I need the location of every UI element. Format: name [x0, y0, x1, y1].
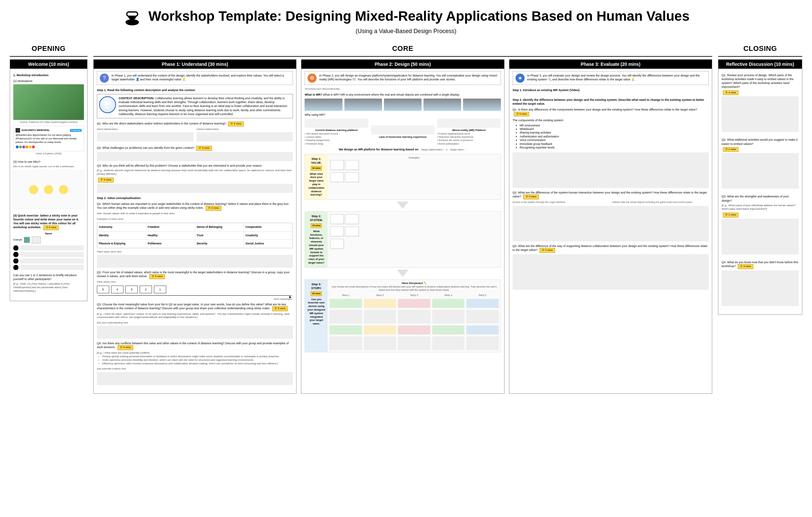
p1-s2q4: Q4. Are there any conflicts between this…	[97, 341, 293, 350]
opening-column: OPENING Welcome (10 mins) 1. Workshop In…	[10, 45, 87, 301]
indirect-stakeholders-box[interactable]	[197, 132, 293, 141]
value-workspace[interactable]: Examples	[327, 154, 500, 199]
p3-step1: Step 1. Introduce an existing MR System …	[513, 88, 708, 92]
p3-q1: Q1. Is there any differences of the comp…	[513, 108, 708, 116]
example-row: Example	[13, 236, 84, 243]
name-row-4[interactable]	[13, 265, 84, 270]
rank-row[interactable]: 54321	[97, 286, 293, 293]
c-q2-box[interactable]	[722, 153, 799, 189]
avatar-icon	[13, 258, 19, 263]
c-q4: Q4. What do you know now that you didn't…	[722, 260, 799, 269]
system-workspace[interactable]	[327, 212, 500, 267]
phase3-title: Phase 3: Evaluate (20 mins)	[510, 60, 712, 69]
context-box: CONTEXT DESCRIPTION: Collaborative learn…	[97, 94, 293, 118]
p1-step2: Step 2. Value conceptualisation.	[97, 196, 293, 200]
question-icon: ?	[100, 74, 109, 83]
review-icon: ★	[516, 74, 525, 83]
image-caption: Source: Pokémon GO (https://pokemonglive…	[13, 121, 84, 124]
p1-s2q3: Q3. Choose the most meaningful value fro…	[97, 303, 293, 311]
stage-label-closing: CLOSING	[718, 45, 802, 53]
c-q1-box[interactable]	[722, 96, 799, 132]
laptop-icon	[304, 119, 368, 128]
design-step-system: Step 2: SYSTEM. 15 mins What functions, …	[304, 211, 501, 268]
p3-q2-box[interactable]	[513, 206, 708, 241]
design-premise: We design an MR platform for distance le…	[304, 147, 501, 151]
p1-s2q1: Q1. Which human values are important to …	[97, 202, 293, 211]
c-q4-box[interactable]	[722, 270, 799, 306]
p1-s2q2: Q2. From your list of related values, wh…	[97, 270, 293, 279]
conflicts-box[interactable]	[97, 372, 293, 385]
stage-label-core: CORE	[93, 45, 712, 53]
gear-icon: ⚙	[308, 74, 317, 83]
intro-question: Can you use 1 or 2 sentences to briefly …	[13, 273, 84, 281]
avatar-icon	[13, 265, 19, 270]
headset-icon	[437, 119, 501, 128]
pokemon-go-image	[13, 84, 84, 120]
components-list: MR environmentWhiteboardSharing learning…	[513, 124, 708, 150]
name-row-2[interactable]	[13, 252, 84, 257]
story-workspace[interactable]: Value Storyboard ✏️ User stories are sma…	[327, 280, 500, 352]
name-row-1[interactable]	[13, 246, 84, 251]
miro-diagram	[13, 170, 84, 209]
reflective-title: Reflective Discussion (10 mins)	[718, 60, 802, 69]
phase1-panel: Phase 1: Understand (30 mins) ? In Phase…	[93, 59, 296, 394]
avatar-icon	[13, 246, 19, 251]
p3-q3-box[interactable]	[513, 254, 708, 290]
p1-q2: Q2. What challenges (or problems) can yo…	[97, 146, 293, 151]
understanding-box[interactable]	[97, 326, 293, 339]
direct-stakeholders-box[interactable]	[97, 132, 194, 141]
welcome-panel: Welcome (10 mins) 1. Workshop Introducti…	[10, 59, 87, 301]
svg-point-0	[125, 19, 139, 25]
challenges-box[interactable]	[97, 152, 293, 161]
p3-q3: Q3. What are the difference of the way o…	[513, 244, 708, 253]
welcome-panel-title: Welcome (10 mins)	[10, 60, 87, 69]
absence-icon	[371, 125, 435, 135]
workshop-board: OPENING Welcome (10 mins) 1. Workshop In…	[10, 45, 802, 394]
place-values-box[interactable]	[97, 255, 293, 268]
c-q1: Q1. Review your process of design. Which…	[722, 73, 799, 89]
p3-step2: Step 2. Identify the difference between …	[513, 98, 708, 106]
p1-q3: Q3. Who do you think will be affected by…	[97, 164, 293, 168]
svg-rect-2	[127, 12, 138, 16]
mr-spectrum-images	[304, 98, 501, 111]
page-subtitle: (Using a Value-Based Design Process)	[10, 28, 802, 35]
timer-quick-exercise: 5 mins	[44, 225, 59, 230]
c-q3: Q3. What are the strengths and weaknesse…	[722, 195, 799, 202]
intro-heading: 1. Workshop Introduction	[13, 73, 84, 77]
value-cards-grid[interactable]: AutonomyFreedomSense of BelongingCoopera…	[97, 223, 293, 248]
page-header: Workshop Template: Designing Mixed-Reali…	[10, 6, 802, 26]
page-title: Workshop Template: Designing Mixed-Reali…	[148, 8, 690, 24]
avatar-icon	[13, 252, 19, 257]
phase2-panel: Phase 2: Design (50 mins) ⚙ In Phase 2, …	[301, 59, 504, 394]
design-step-story: Step 3: STORY. 25 mins Can you describe …	[304, 279, 501, 352]
tweet-example: AUSCHWITZ MEMORIALFollowing @NianticLabs…	[13, 126, 84, 151]
c-q2: Q2. What additional activities would you…	[722, 138, 799, 146]
p1-step1: Step 1. Read the following context descr…	[97, 88, 293, 92]
globe-icon	[99, 96, 116, 113]
phase1-title: Phase 1: Understand (30 mins)	[94, 60, 296, 69]
arrow-down-icon	[397, 270, 409, 277]
p3-q1-box[interactable]	[513, 152, 708, 188]
miro-heading: (2) How to use Miro?	[13, 160, 84, 164]
why-mr-row: Current distance learning platform• Text…	[304, 119, 501, 145]
phase1-callout: ? In Phase 1, you will understand the co…	[97, 71, 293, 85]
what-is-mr: What is MR? What is MR? MR is any enviro…	[304, 93, 501, 96]
motivations-heading: (1) Motivations	[13, 79, 84, 83]
phase3-callout: ★ In Phase 3, you will evaluate your des…	[513, 71, 708, 85]
c-q3-box[interactable]	[722, 219, 799, 254]
stage-label-opening: OPENING	[10, 45, 87, 53]
design-step-value: Step 1: VALUE. 10 mins What roles does y…	[304, 154, 501, 200]
p1-q1: Q1. Who are the direct stakeholders and/…	[97, 121, 293, 126]
vr-person-icon	[122, 6, 142, 26]
quick-exercise: (3) Quick exercise: Select a sticky note…	[13, 213, 84, 230]
p3-q2: Q2. What are the differences of the syst…	[513, 191, 708, 199]
closing-column: CLOSING Reflective Discussion (10 mins) …	[718, 45, 802, 315]
tweet-source: Carter & Egliston (2020)	[13, 152, 84, 155]
phase3-panel: Phase 3: Evaluate (20 mins) ★ In Phase 3…	[509, 59, 712, 394]
name-row-3[interactable]	[13, 258, 84, 263]
reflective-panel: Reflective Discussion (10 mins) Q1. Revi…	[718, 59, 802, 315]
arrow-down-icon	[397, 202, 409, 209]
phase2-callout: ⚙ In Phase 2, you will design an imagina…	[304, 71, 501, 85]
intro-question-hint: [E.g., Hello, I'm [Your Name]. I special…	[13, 282, 84, 293]
affected-box[interactable]	[97, 184, 293, 193]
